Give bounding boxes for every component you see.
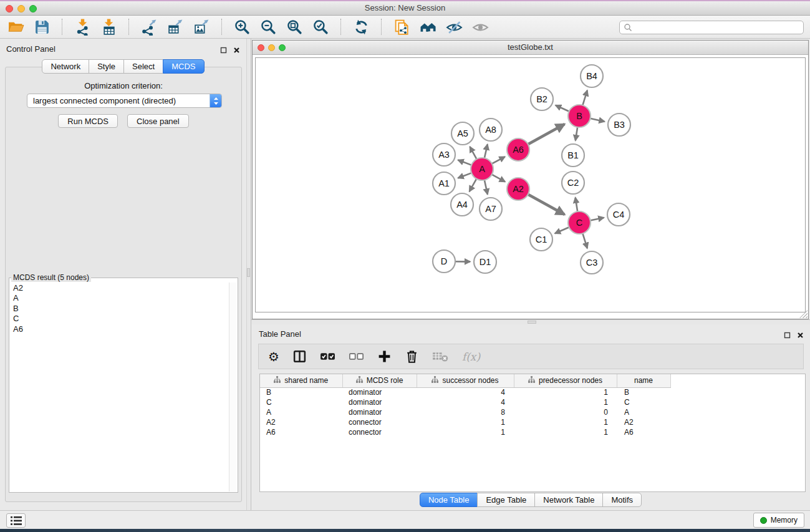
criterion-dropdown[interactable]: largest connected component (directed): [27, 94, 222, 108]
mcds-result-item[interactable]: A2: [12, 283, 227, 293]
graph-node-C2[interactable]: C2: [562, 172, 584, 194]
graph-node-B1[interactable]: B1: [562, 144, 584, 167]
network-file-icon[interactable]: [392, 17, 411, 36]
maximize-window-button[interactable]: [29, 5, 37, 12]
splitter-grip[interactable]: [528, 321, 536, 324]
column-header-successor-nodes[interactable]: successor nodes: [417, 374, 514, 387]
float-panel-icon[interactable]: [784, 330, 791, 341]
graph-node-B4[interactable]: B4: [581, 65, 603, 87]
column-header-predecessor-nodes[interactable]: predecessor nodes: [514, 374, 617, 387]
zoom-fit-icon[interactable]: [285, 17, 304, 36]
search-input[interactable]: [635, 23, 799, 32]
minimize-window-button[interactable]: [17, 5, 25, 12]
table-cell[interactable]: A2: [260, 417, 342, 427]
graph-node-D[interactable]: D: [433, 250, 455, 273]
close-panel-icon[interactable]: [797, 330, 804, 341]
horizontal-splitter[interactable]: [251, 319, 810, 324]
export-table-icon[interactable]: [166, 17, 185, 36]
open-folder-icon[interactable]: [6, 17, 25, 36]
close-window-button[interactable]: [6, 5, 13, 12]
network-close-button[interactable]: [258, 44, 264, 51]
table-cell[interactable]: 4: [417, 397, 514, 407]
column-header-shared-name[interactable]: shared name: [260, 374, 342, 387]
table-cell[interactable]: C: [617, 397, 670, 407]
network-window-titlebar[interactable]: testGlobe.txt: [253, 41, 808, 55]
table-cell[interactable]: connector: [342, 417, 417, 427]
graph-node-A7[interactable]: A7: [480, 198, 502, 220]
houses-icon[interactable]: [418, 17, 437, 36]
table-cell[interactable]: A2: [617, 417, 670, 427]
table-cell[interactable]: B: [260, 387, 342, 397]
table-cell[interactable]: A6: [617, 427, 670, 437]
graph-node-C1[interactable]: C1: [530, 228, 552, 251]
float-panel-icon[interactable]: [220, 45, 227, 56]
table-cell[interactable]: A: [617, 407, 670, 417]
graph-edge-A2-C[interactable]: [526, 193, 564, 215]
table-cell[interactable]: dominator: [342, 407, 417, 417]
network-minimize-button[interactable]: [268, 44, 275, 51]
columns-icon[interactable]: [292, 349, 307, 364]
table-cell[interactable]: 1: [514, 417, 617, 427]
refresh-icon[interactable]: [352, 17, 370, 36]
zoom-out-icon[interactable]: [259, 17, 277, 36]
graph-node-A6[interactable]: A6: [507, 138, 529, 161]
table-cell[interactable]: 1: [514, 397, 617, 407]
table-cell[interactable]: 8: [417, 407, 514, 417]
tab-select[interactable]: Select: [123, 59, 163, 74]
gear-icon[interactable]: ⚙: [268, 351, 279, 363]
splitter-grip[interactable]: [247, 268, 250, 277]
save-icon[interactable]: [32, 17, 51, 36]
mcds-result-item[interactable]: C: [12, 314, 227, 324]
network-canvas[interactable]: B4B2BB3A5A8A6B1A3AA1C2A2A4A7C4CC1C3DD1: [255, 57, 806, 312]
mcds-result-item[interactable]: B: [12, 304, 227, 314]
table-cell[interactable]: A: [260, 407, 342, 417]
table-cell[interactable]: 1: [417, 427, 514, 437]
import-network-icon[interactable]: [73, 17, 92, 36]
zoom-in-icon[interactable]: [233, 17, 251, 36]
mcds-result-item[interactable]: A6: [12, 324, 227, 334]
graph-node-B[interactable]: B: [568, 105, 591, 127]
table-cell[interactable]: A6: [260, 427, 342, 437]
graph-node-A8[interactable]: A8: [480, 118, 502, 141]
graph-node-C4[interactable]: C4: [607, 203, 630, 226]
table-cell[interactable]: 1: [514, 427, 617, 437]
graph-node-B2[interactable]: B2: [531, 88, 553, 110]
select-all-icon[interactable]: [320, 349, 335, 364]
table-cell[interactable]: 1: [514, 387, 617, 397]
mcds-result-item[interactable]: A: [12, 293, 227, 303]
graph-node-C3[interactable]: C3: [581, 251, 603, 274]
table-cell[interactable]: dominator: [342, 387, 417, 397]
close-panel-icon[interactable]: [233, 45, 240, 56]
tab-edge-table[interactable]: Edge Table: [477, 493, 535, 507]
tab-network-table[interactable]: Network Table: [534, 493, 603, 507]
table-cell[interactable]: C: [260, 397, 342, 407]
table-row[interactable]: A6connector11A6: [260, 427, 805, 437]
graph-node-B3[interactable]: B3: [608, 114, 630, 136]
tab-style[interactable]: Style: [89, 59, 124, 74]
graph-node-A1[interactable]: A1: [433, 172, 455, 195]
import-table-icon[interactable]: [99, 17, 118, 36]
graph-node-A4[interactable]: A4: [451, 193, 473, 216]
graph-node-D1[interactable]: D1: [474, 251, 496, 273]
table-cell[interactable]: 1: [417, 417, 514, 427]
deselect-all-icon[interactable]: [349, 349, 364, 364]
export-network-icon[interactable]: [140, 17, 158, 36]
graph-node-A3[interactable]: A3: [433, 143, 455, 166]
tab-node-table[interactable]: Node Table: [420, 493, 478, 507]
table-row[interactable]: A2connector11A2: [260, 417, 805, 427]
graph-edge-A6-B[interactable]: [526, 124, 564, 145]
graph-node-C[interactable]: C: [568, 211, 591, 234]
graph-node-A5[interactable]: A5: [451, 122, 474, 145]
column-header-name[interactable]: name: [617, 374, 670, 387]
table-row[interactable]: Adominator80A: [260, 407, 805, 417]
export-image-icon[interactable]: [192, 17, 211, 36]
add-icon[interactable]: [377, 349, 392, 364]
table-cell[interactable]: 4: [417, 387, 514, 397]
tab-network[interactable]: Network: [42, 59, 89, 74]
table-row[interactable]: Bdominator41B: [260, 387, 805, 397]
table-row[interactable]: Cdominator41C: [260, 397, 805, 407]
table-cell[interactable]: connector: [342, 427, 417, 437]
trash-icon[interactable]: [405, 349, 419, 364]
tab-motifs[interactable]: Motifs: [602, 493, 642, 507]
table-cell[interactable]: 0: [514, 407, 617, 417]
